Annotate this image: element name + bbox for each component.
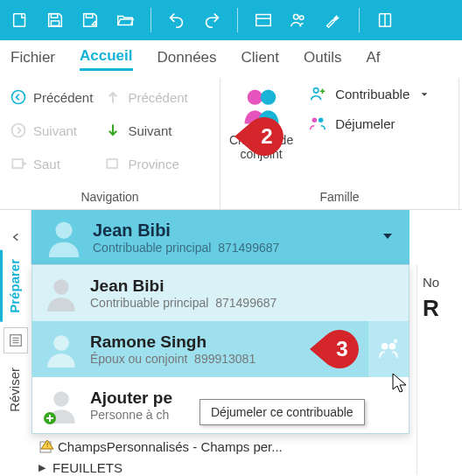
nav-suivant-2[interactable]: Suivant	[103, 117, 187, 144]
person-role: Contribuable principal	[90, 296, 208, 310]
redo-icon[interactable]	[199, 7, 225, 33]
callout-marker-2: 2	[234, 116, 287, 157]
nav-precedent-2: Précédent	[103, 84, 187, 110]
svg-point-19	[55, 222, 72, 239]
right-nor: No	[423, 275, 457, 290]
svg-point-24	[53, 279, 69, 295]
split-people-icon	[307, 114, 328, 133]
chevron-down-icon	[420, 87, 429, 102]
dejumeler-person-button[interactable]	[368, 321, 409, 377]
ribbon-label-famille: Famille	[229, 186, 450, 207]
avatar-icon	[41, 273, 81, 313]
jump-icon	[9, 154, 28, 173]
nav-precedent-label: Précédent	[33, 90, 93, 105]
menu-client[interactable]: Client	[242, 49, 279, 70]
avatar-icon	[41, 329, 81, 369]
contribuable-dropdown[interactable]: Contribuable	[307, 84, 429, 103]
svg-rect-3	[86, 14, 92, 18]
tree-item-champs-label: ChampsPersonnalisés - Champs per...	[58, 439, 283, 454]
undo-icon[interactable]	[164, 7, 190, 33]
svg-rect-12	[12, 159, 23, 168]
tree-item-feuillets[interactable]: ▶ FEUILLETS	[38, 457, 283, 476]
people-icon[interactable]	[285, 7, 312, 33]
nav-suivant-disabled: Suivant	[9, 117, 93, 144]
callout-number: 3	[322, 329, 362, 369]
avatar-add-icon	[41, 385, 81, 425]
svg-point-7	[299, 16, 304, 20]
chevron-down-icon	[382, 230, 394, 245]
nav-province: Province	[103, 150, 187, 177]
person-role: Époux ou conjoint	[90, 352, 187, 366]
left-tabs: Préparer Réviser	[0, 250, 32, 421]
menu-donnees[interactable]: Données	[158, 49, 217, 70]
svg-point-14	[247, 90, 262, 105]
arrow-up-disabled-icon	[103, 88, 122, 107]
svg-point-27	[389, 343, 396, 350]
quick-access-toolbar	[0, 0, 462, 40]
book-icon[interactable]	[372, 7, 398, 33]
tab-preparer[interactable]: Préparer	[0, 250, 32, 322]
arrow-down-icon	[103, 121, 122, 140]
add-person-name: Ajouter pe	[90, 388, 172, 408]
nav-suivant-2-label: Suivant	[128, 123, 172, 138]
person-list-item[interactable]: Jean Bibi Contribuable principal 8714996…	[32, 265, 409, 321]
menu-outils[interactable]: Outils	[304, 49, 341, 70]
warning-icon: !	[38, 438, 54, 454]
form-tree: ! ChampsPersonnalisés - Champs per... ▶ …	[38, 436, 283, 476]
arrow-left-icon	[9, 88, 28, 107]
svg-point-25	[53, 335, 69, 351]
person-plus-icon	[307, 84, 328, 103]
right-panel-sliver: No R	[416, 264, 462, 474]
avatar-icon	[44, 217, 84, 257]
right-big: R	[423, 295, 457, 322]
dejumeler-label: Déjumeler	[335, 116, 395, 131]
svg-text:!: !	[46, 441, 48, 449]
person-id: 871499687	[215, 296, 276, 310]
province-icon	[103, 154, 122, 173]
new-file-icon[interactable]	[7, 7, 33, 33]
current-person-selector[interactable]: Jean Bibi Contribuable principal 8714996…	[32, 210, 410, 264]
dejumeler-button[interactable]: Déjumeler	[307, 114, 429, 133]
window-icon[interactable]	[250, 7, 276, 33]
tab-reviser[interactable]: Réviser	[0, 359, 32, 421]
arrow-right-disabled-icon	[9, 121, 28, 140]
open-icon[interactable]	[112, 7, 138, 33]
svg-point-26	[382, 343, 388, 350]
svg-point-10	[12, 91, 25, 104]
menu-bar: Fichier Accueil Données Client Outils Af	[0, 40, 462, 79]
nav-province-label: Province	[128, 157, 178, 172]
nav-suivant-disabled-label: Suivant	[33, 123, 77, 138]
expand-icon[interactable]: ▶	[38, 462, 46, 473]
save-icon[interactable]	[42, 7, 68, 33]
svg-point-15	[260, 90, 275, 105]
menu-accueil[interactable]: Accueil	[80, 47, 132, 71]
ribbon-label-navigation: Navigation	[9, 186, 211, 207]
nav-saut: Saut	[9, 150, 93, 177]
svg-rect-4	[256, 15, 271, 26]
svg-point-17	[312, 118, 318, 123]
callout-number: 2	[247, 116, 287, 157]
svg-point-11	[12, 124, 25, 137]
wrench-icon[interactable]	[320, 7, 346, 33]
menu-af[interactable]: Af	[367, 49, 381, 70]
svg-rect-13	[108, 159, 118, 168]
ribbon-group-navigation: Précédent Suivant Saut	[0, 79, 220, 209]
save-as-icon[interactable]	[77, 7, 103, 33]
tree-item-champs[interactable]: ! ChampsPersonnalisés - Champs per...	[38, 436, 283, 457]
current-person-name: Jean Bibi	[93, 220, 279, 241]
svg-rect-1	[51, 14, 57, 18]
menu-fichier[interactable]: Fichier	[10, 49, 55, 70]
ribbon: Précédent Suivant Saut	[0, 79, 462, 210]
add-person-role: Personne à ch	[90, 408, 172, 422]
callout-marker-3: 3	[310, 329, 362, 369]
svg-rect-2	[51, 21, 59, 25]
tab-forms-icon[interactable]	[4, 327, 28, 354]
nav-precedent-2-label: Précédent	[128, 90, 187, 105]
nav-precedent[interactable]: Précédent	[9, 84, 93, 110]
person-name: Ramone Singh	[90, 332, 256, 352]
tree-item-feuillets-label: FEUILLETS	[52, 460, 122, 475]
svg-point-16	[314, 88, 319, 94]
person-name: Jean Bibi	[90, 276, 276, 296]
tooltip: Déjumeler ce contribuable	[200, 399, 365, 425]
svg-point-6	[294, 15, 299, 19]
